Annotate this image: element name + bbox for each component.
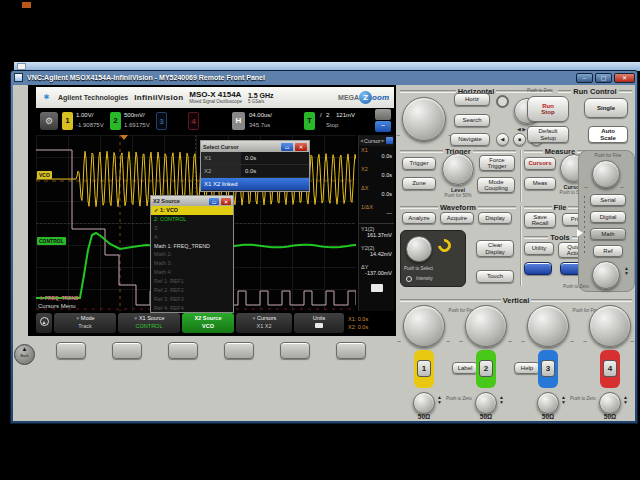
- hw-softkey-1[interactable]: [56, 342, 86, 359]
- menu-item-ref4[interactable]: Ref 4: REF4: [151, 304, 233, 313]
- run-stop-button[interactable]: Run Stop: [527, 96, 569, 122]
- blue-button-left[interactable]: [524, 262, 552, 275]
- horiz-button[interactable]: Horiz: [454, 93, 490, 106]
- softkey-units[interactable]: Units: [294, 313, 344, 333]
- ch2-offset-knob[interactable]: [475, 392, 497, 414]
- trigger-badge[interactable]: T: [304, 112, 315, 130]
- keypad-icon[interactable]: [371, 284, 383, 292]
- cursor-sidebar-menu-button[interactable]: [386, 137, 393, 144]
- ch2-badge[interactable]: 2: [110, 112, 121, 130]
- trigger-position-marker[interactable]: [120, 135, 128, 140]
- display-button[interactable]: Display: [478, 212, 512, 224]
- menu-item-ch4[interactable]: 4:: [151, 233, 233, 242]
- menu-item-ref3[interactable]: Ref 3: REF3: [151, 295, 233, 304]
- gear-icon[interactable]: ⚙: [40, 112, 58, 130]
- single-button[interactable]: Single: [584, 98, 628, 118]
- mode-coupling-button[interactable]: Mode Coupling: [477, 177, 515, 193]
- cursors-button[interactable]: Cursors: [524, 157, 556, 170]
- horizontal-badge[interactable]: H: [232, 112, 245, 130]
- chevron-right-icon[interactable]: ▶: [382, 138, 385, 143]
- menu-close-button[interactable]: ✕: [221, 198, 231, 205]
- ch1-badge[interactable]: 1: [62, 112, 73, 130]
- cursor-sidebar-header[interactable]: ◀ Cursor ▶: [359, 135, 394, 146]
- menu-item-math3[interactable]: Math 3:: [151, 259, 233, 268]
- trigger-button[interactable]: Trigger: [402, 157, 436, 170]
- window-titlebar[interactable]: VNC:Agilent MSOX4154A-InfiniiVision - MY…: [10, 70, 638, 85]
- ch2-scale-knob[interactable]: [465, 305, 507, 347]
- digital-button[interactable]: Digital: [590, 211, 626, 223]
- force-trigger-button[interactable]: Force Trigger: [479, 155, 515, 171]
- save-recall-button[interactable]: Save Recall: [524, 212, 556, 228]
- ch4-offset-knob[interactable]: [599, 392, 621, 414]
- softkey-x1-source[interactable]: ▼X1 Source CONTROL: [118, 313, 180, 333]
- menu-item-ch3[interactable]: 3:: [151, 224, 233, 233]
- dialog-row-x2[interactable]: X20.0s: [201, 165, 309, 178]
- dialog-titlebar[interactable]: Select Cursor ▭ ✕: [201, 141, 309, 152]
- ch2-ground-label[interactable]: CONTROL: [37, 237, 66, 245]
- label-button[interactable]: Label: [452, 362, 478, 374]
- menu-pin-button[interactable]: ▭: [209, 198, 219, 205]
- clear-display-button[interactable]: Clear Display: [476, 240, 514, 257]
- ch4-scale-knob[interactable]: [589, 305, 631, 347]
- acquire-button[interactable]: Acquire: [440, 212, 474, 224]
- hw-softkey-4[interactable]: [224, 342, 254, 359]
- math-trace-label[interactable]: f: FREQ_TREND: [40, 295, 79, 301]
- softkey-back-button[interactable]: ▲: [36, 313, 52, 333]
- utility-button[interactable]: Utility: [524, 242, 554, 255]
- menu-item-ref1[interactable]: Ref 1: REF1: [151, 277, 233, 286]
- default-setup-button[interactable]: Default Setup: [527, 126, 569, 143]
- analyze-button[interactable]: Analyze: [402, 212, 436, 224]
- ch4-button[interactable]: 4: [603, 360, 617, 377]
- chevron-left-icon[interactable]: ◀: [360, 138, 363, 143]
- aux-offset-knob[interactable]: [592, 261, 620, 289]
- close-button[interactable]: ✕: [614, 73, 635, 83]
- trigger-level-knob[interactable]: [442, 153, 474, 185]
- waveform-intensity-button[interactable]: ~: [375, 121, 391, 132]
- hw-softkey-6[interactable]: [336, 342, 366, 359]
- ref-button[interactable]: Ref: [593, 245, 623, 257]
- menu-item-vco[interactable]: ✓ 1: VCO: [151, 206, 233, 215]
- ch3-scale-knob[interactable]: [527, 305, 569, 347]
- navigate-button[interactable]: Navigate: [450, 133, 490, 146]
- softkey-mode[interactable]: ▼Mode Track: [54, 313, 116, 333]
- ch3-badge[interactable]: 3: [156, 112, 167, 130]
- maximize-button[interactable]: ▢: [595, 73, 612, 83]
- nav-back-button[interactable]: ◀: [496, 133, 509, 146]
- nav-stop-button[interactable]: ■: [513, 133, 526, 146]
- aux-scale-knob[interactable]: [592, 160, 620, 188]
- ch1-scale-knob[interactable]: [403, 305, 445, 347]
- menu-item-math1[interactable]: Math 1: FREQ_TREND: [151, 242, 233, 251]
- serial-button[interactable]: Serial: [590, 194, 626, 206]
- menu-item-control[interactable]: 2: CONTROL: [151, 215, 233, 224]
- ch2-button[interactable]: 2: [479, 360, 493, 377]
- ch1-ground-label[interactable]: VCO: [37, 171, 52, 179]
- touch-button[interactable]: Touch: [476, 270, 514, 283]
- ch3-button[interactable]: 3: [541, 360, 555, 377]
- search-button[interactable]: Search: [454, 114, 490, 127]
- ch4-badge[interactable]: 4: [188, 112, 199, 130]
- help-button[interactable]: Help: [514, 362, 540, 374]
- softkey-cursors[interactable]: ▼Cursors X1 X2: [236, 313, 292, 333]
- ch1-offset-knob[interactable]: [413, 392, 435, 414]
- dialog-row-x1[interactable]: X10.0s: [201, 152, 309, 165]
- zone-button[interactable]: Zone: [402, 177, 436, 190]
- auto-scale-button[interactable]: Auto Scale: [588, 126, 628, 143]
- minimize-button[interactable]: –: [576, 73, 593, 83]
- menu-item-math4[interactable]: Math 4:: [151, 268, 233, 277]
- hw-softkey-2[interactable]: [112, 342, 142, 359]
- hw-back-button[interactable]: ▲ Back: [14, 344, 35, 365]
- menu-item-math2[interactable]: Math 2:: [151, 250, 233, 259]
- dialog-pin-button[interactable]: ▭: [281, 143, 293, 151]
- dialog-row-linked[interactable]: X1 X2 linked: [201, 178, 309, 191]
- dialog-close-button[interactable]: ✕: [295, 143, 307, 151]
- hw-softkey-3[interactable]: [168, 342, 198, 359]
- hw-softkey-5[interactable]: [280, 342, 310, 359]
- math-button[interactable]: Math: [590, 228, 626, 240]
- ch3-offset-knob[interactable]: [537, 392, 559, 414]
- menu-titlebar[interactable]: X2 Source ▭ ✕: [151, 196, 233, 206]
- softkey-x2-source[interactable]: X2 Source VCO: [182, 313, 234, 333]
- sidebar-toggle-button[interactable]: [375, 109, 391, 120]
- ch1-button[interactable]: 1: [417, 360, 431, 377]
- menu-item-ref2[interactable]: Ref 2: REF2: [151, 286, 233, 295]
- intensity-knob[interactable]: [406, 236, 432, 262]
